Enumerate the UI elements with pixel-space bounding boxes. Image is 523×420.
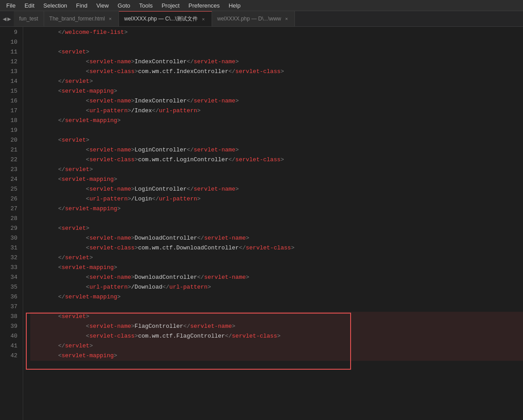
- code-line-29: <servlet>: [30, 224, 523, 233]
- code-line-20: <servlet>: [30, 135, 523, 145]
- code-line-35: <url-pattern>/Download</url-pattern>: [30, 282, 523, 292]
- code-line-28: [30, 214, 523, 224]
- line-number-17: 17: [5, 106, 17, 116]
- menubar-item-view[interactable]: View: [92, 1, 113, 10]
- line-number-10: 10: [5, 37, 17, 47]
- line-number-33: 33: [5, 263, 17, 273]
- line-number-34: 34: [5, 273, 17, 282]
- line-number-28: 28: [5, 214, 17, 224]
- line-number-32: 32: [5, 253, 17, 263]
- line-number-40: 40: [5, 331, 17, 341]
- line-number-13: 13: [5, 67, 17, 77]
- tabbar: ◀ ▶ fun_testThe_brand_former.html×welXXX…: [0, 11, 523, 27]
- code-line-14: </servlet>: [30, 77, 523, 86]
- tab-close-brand_former[interactable]: ×: [107, 16, 113, 22]
- code-line-23: </servlet>: [30, 165, 523, 175]
- line-number-22: 22: [5, 155, 17, 165]
- tab-welxxxx_c[interactable]: welXXXX.php — C\...\测试文件×: [119, 11, 212, 27]
- code-line-18: </servlet-mapping>: [30, 116, 523, 126]
- code-line-13: <servlet-class>com.wm.ctf.IndexControlle…: [30, 67, 523, 77]
- code-line-26: <url-pattern>/Login</url-pattern>: [30, 194, 523, 204]
- line-number-21: 21: [5, 145, 17, 155]
- code-line-38: <servlet>: [30, 312, 523, 322]
- code-line-40: <servlet-class>com.wm.ctf.FlagController…: [30, 331, 523, 341]
- line-number-30: 30: [5, 233, 17, 243]
- tab-close-welxxxx_d[interactable]: ×: [284, 16, 289, 22]
- line-number-23: 23: [5, 165, 17, 175]
- line-numbers: 9101112131415161718192021222324252627282…: [0, 27, 23, 420]
- line-number-14: 14: [5, 77, 17, 86]
- code-line-17: <url-pattern>/Index</url-pattern>: [30, 106, 523, 116]
- line-number-19: 19: [5, 126, 17, 135]
- menubar-item-project[interactable]: Project: [157, 1, 184, 10]
- code-line-39: <servlet-name>FlagController</servlet-na…: [30, 322, 523, 331]
- menubar-item-find[interactable]: Find: [72, 1, 92, 10]
- code-line-9: </welcome-file-list>: [30, 28, 523, 37]
- code-line-21: <servlet-name>LoginController</servlet-n…: [30, 145, 523, 155]
- code-line-36: </servlet-mapping>: [30, 292, 523, 302]
- code-line-42: <servlet-mapping>: [30, 351, 523, 361]
- code-line-27: </servlet-mapping>: [30, 204, 523, 214]
- line-number-35: 35: [5, 282, 17, 292]
- tab-fun_test[interactable]: fun_test: [14, 11, 44, 27]
- line-number-26: 26: [5, 194, 17, 204]
- code-area[interactable]: </welcome-file-list> <servlet> <servlet-…: [23, 27, 523, 420]
- line-number-42: 42: [5, 351, 17, 361]
- code-line-24: <servlet-mapping>: [30, 175, 523, 184]
- code-line-22: <servlet-class>com.wm.ctf.LoginControlle…: [30, 155, 523, 165]
- code-line-30: <servlet-name>DownloadController</servle…: [30, 233, 523, 243]
- line-number-16: 16: [5, 96, 17, 106]
- menubar-item-tools[interactable]: Tools: [135, 1, 157, 10]
- code-line-37: [30, 302, 523, 312]
- code-line-11: <servlet>: [30, 47, 523, 57]
- menubar-item-goto[interactable]: Goto: [113, 1, 135, 10]
- line-number-36: 36: [5, 292, 17, 302]
- code-line-12: <servlet-name>IndexController</servlet-n…: [30, 57, 523, 67]
- line-number-29: 29: [5, 224, 17, 233]
- code-line-10: [30, 37, 523, 47]
- line-number-18: 18: [5, 116, 17, 126]
- editor: 9101112131415161718192021222324252627282…: [0, 27, 523, 420]
- line-number-12: 12: [5, 57, 17, 67]
- line-number-39: 39: [5, 322, 17, 331]
- line-number-20: 20: [5, 135, 17, 145]
- code-line-31: <servlet-class>com.wm.ctf.DownloadContro…: [30, 243, 523, 253]
- line-number-37: 37: [5, 302, 17, 312]
- tab-welxxxx_d[interactable]: welXXXX.php — D\...\www×: [212, 11, 295, 27]
- code-line-33: <servlet-mapping>: [30, 263, 523, 273]
- code-line-41: </servlet>: [30, 341, 523, 351]
- line-number-24: 24: [5, 175, 17, 184]
- menubar-item-help[interactable]: Help: [224, 1, 245, 10]
- line-number-41: 41: [5, 341, 17, 351]
- code-line-15: <servlet-mapping>: [30, 86, 523, 96]
- menubar-item-file[interactable]: File: [2, 1, 20, 10]
- line-number-27: 27: [5, 204, 17, 214]
- menubar-item-selection[interactable]: Selection: [39, 1, 71, 10]
- line-number-9: 9: [5, 28, 17, 37]
- menubar-item-edit[interactable]: Edit: [20, 1, 39, 10]
- tab-brand_former[interactable]: The_brand_former.html×: [44, 11, 119, 27]
- tab-nav-arrows[interactable]: ◀ ▶: [0, 15, 14, 23]
- tab-close-welxxxx_c[interactable]: ×: [200, 16, 206, 22]
- line-number-15: 15: [5, 86, 17, 96]
- line-number-11: 11: [5, 47, 17, 57]
- line-number-38: 38: [5, 312, 17, 322]
- menubar-item-preferences[interactable]: Preferences: [184, 1, 224, 10]
- menubar: FileEditSelectionFindViewGotoToolsProjec…: [0, 0, 523, 11]
- code-line-32: </servlet>: [30, 253, 523, 263]
- code-line-19: [30, 126, 523, 135]
- code-line-34: <servlet-name>DownloadController</servle…: [30, 273, 523, 282]
- line-number-25: 25: [5, 184, 17, 194]
- code-line-25: <servlet-name>LoginController</servlet-n…: [30, 184, 523, 194]
- code-line-16: <servlet-name>IndexController</servlet-n…: [30, 96, 523, 106]
- line-number-31: 31: [5, 243, 17, 253]
